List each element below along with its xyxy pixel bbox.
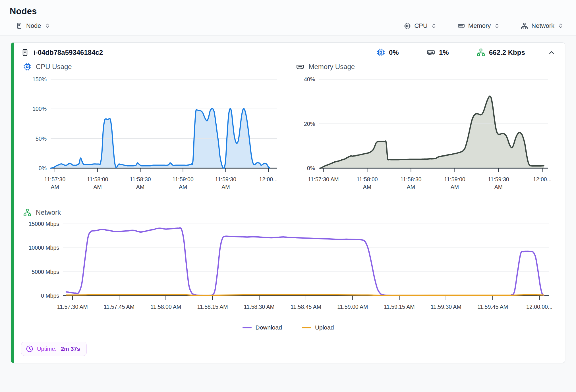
svg-text:12:00...: 12:00... (259, 176, 277, 182)
stat-memory: 1% (427, 48, 469, 57)
svg-text:11:59:45 AM: 11:59:45 AM (477, 304, 508, 310)
svg-text:11:59:15 AM: 11:59:15 AM (384, 304, 415, 310)
collapse-chevron-up-icon[interactable] (548, 49, 555, 56)
svg-text:50%: 50% (36, 135, 47, 142)
stat-cpu: 0% (377, 48, 419, 57)
sort-icon (558, 23, 563, 29)
cpu-usage-section: CPU Usage 0%50%100%150%11:57:30AM11:58:0… (21, 63, 283, 200)
memory-value: 1% (439, 49, 449, 57)
svg-text:12:00...: 12:00... (533, 176, 551, 182)
svg-text:0 Mbps: 0 Mbps (41, 293, 59, 299)
svg-text:11:59:30 AM: 11:59:30 AM (431, 304, 461, 310)
charts-grid: CPU Usage 0%50%100%150%11:57:30AM11:58:0… (21, 63, 555, 200)
page-header: Nodes (0, 0, 576, 18)
svg-text:11:57:30AM: 11:57:30AM (44, 176, 66, 190)
filter-memory-label: Memory (468, 22, 491, 30)
svg-text:15000 Mbps: 15000 Mbps (29, 221, 59, 227)
upload-label: Upload (315, 324, 334, 331)
network-label: Network (36, 208, 61, 216)
svg-text:11:58:15 AM: 11:58:15 AM (197, 304, 228, 310)
node-stats: 0% 1% 662.2 Kbps (377, 48, 555, 57)
svg-text:11:58:30AM: 11:58:30AM (400, 176, 422, 190)
svg-text:0%: 0% (39, 165, 47, 171)
svg-text:11:58:45 AM: 11:58:45 AM (291, 304, 321, 310)
network-chart: 0 Mbps5000 Mbps10000 Mbps15000 Mbps11:57… (21, 219, 555, 317)
node-id: i-04db78a59346184c2 (34, 49, 103, 57)
memory-usage-title: Memory Usage (296, 63, 556, 71)
svg-text:10000 Mbps: 10000 Mbps (29, 245, 59, 251)
svg-text:11:59:00AM: 11:59:00AM (444, 176, 465, 190)
cpu-value: 0% (389, 49, 399, 57)
clock-icon (26, 345, 33, 353)
svg-text:20%: 20% (304, 121, 315, 127)
filter-memory[interactable]: Memory (458, 22, 500, 30)
svg-text:11:58:00 AM: 11:58:00 AM (150, 304, 181, 310)
svg-text:11:58:30AM: 11:58:30AM (130, 176, 151, 190)
node-card: i-04db78a59346184c2 0% 1% (11, 42, 565, 363)
network-icon (477, 48, 485, 57)
filter-bar: Node CPU Memory Net (0, 18, 576, 36)
svg-text:100%: 100% (32, 106, 47, 112)
uptime-label: Uptime: (37, 346, 57, 352)
download-label: Download (256, 324, 282, 331)
svg-text:11:57:30 AM: 11:57:30 AM (308, 176, 339, 182)
sort-icon (45, 23, 50, 29)
memory-usage-label: Memory Usage (309, 63, 355, 71)
uptime-badge: Uptime: 2m 37s (21, 342, 87, 356)
svg-text:11:58:00AM: 11:58:00AM (87, 176, 108, 190)
download-swatch (243, 327, 252, 328)
filter-network[interactable]: Network (521, 22, 563, 30)
network-title: Network (23, 208, 555, 216)
svg-text:11:57:45 AM: 11:57:45 AM (104, 304, 134, 310)
svg-text:0%: 0% (307, 165, 315, 171)
cpu-usage-title: CPU Usage (23, 63, 283, 71)
svg-text:40%: 40% (304, 76, 315, 82)
network-icon (23, 208, 31, 216)
memory-icon (296, 63, 304, 71)
svg-text:11:58:00AM: 11:58:00AM (357, 176, 378, 190)
page-title: Nodes (10, 6, 566, 16)
cpu-icon (404, 22, 411, 30)
network-legend: Download Upload (21, 324, 555, 331)
svg-text:12:00:00...: 12:00:00... (526, 304, 552, 310)
cpu-usage-label: CPU Usage (36, 63, 72, 71)
svg-text:11:59:30AM: 11:59:30AM (215, 176, 237, 190)
memory-usage-section: Memory Usage 0%20%40%11:57:30 AM11:58:00… (294, 63, 556, 200)
network-section: Network 0 Mbps5000 Mbps10000 Mbps15000 M… (21, 208, 555, 331)
sort-icon (494, 23, 500, 29)
filter-cpu-label: CPU (414, 22, 427, 30)
server-icon (16, 22, 23, 29)
sort-icon (431, 23, 437, 29)
main-content: i-04db78a59346184c2 0% 1% (0, 36, 576, 392)
network-icon (521, 22, 528, 30)
svg-text:11:59:00 AM: 11:59:00 AM (337, 304, 368, 310)
memory-icon (427, 48, 435, 57)
svg-text:11:57:30 AM: 11:57:30 AM (57, 304, 88, 310)
node-card-header: i-04db78a59346184c2 0% 1% (21, 48, 555, 57)
cpu-icon (23, 63, 31, 71)
filter-metrics: CPU Memory Network (404, 22, 563, 30)
cpu-usage-chart: 0%50%100%150%11:57:30AM11:58:00AM11:58:3… (21, 74, 283, 200)
svg-text:11:59:30AM: 11:59:30AM (488, 176, 509, 190)
memory-icon (458, 22, 465, 30)
svg-text:11:59:00AM: 11:59:00AM (172, 176, 194, 190)
upload-swatch (302, 327, 311, 328)
svg-text:5000 Mbps: 5000 Mbps (32, 269, 59, 275)
network-value: 662.2 Kbps (489, 49, 525, 57)
uptime-value: 2m 37s (61, 346, 80, 352)
legend-item-upload: Upload (302, 324, 334, 331)
legend-item-download: Download (243, 324, 282, 331)
memory-usage-chart: 0%20%40%11:57:30 AM11:58:00AM11:58:30AM1… (294, 74, 556, 200)
filter-cpu[interactable]: CPU (404, 22, 436, 30)
svg-text:150%: 150% (32, 76, 47, 82)
filter-node-label: Node (26, 22, 41, 30)
filter-node[interactable]: Node (16, 22, 50, 30)
svg-text:11:58:30 AM: 11:58:30 AM (244, 304, 275, 310)
stat-network: 662.2 Kbps (477, 48, 536, 57)
cpu-icon (377, 48, 385, 57)
server-icon (21, 49, 29, 57)
filter-network-label: Network (531, 22, 554, 30)
